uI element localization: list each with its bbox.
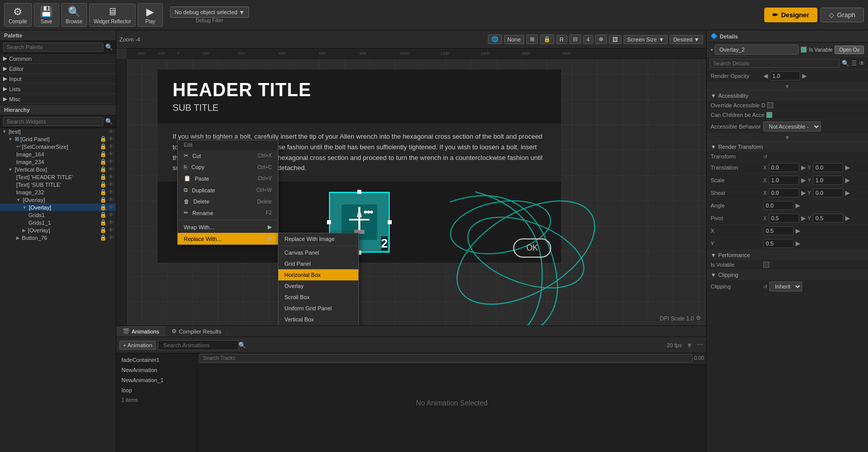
globe-btn[interactable]: 🌐 — [488, 34, 502, 44]
hierarchy-search-input[interactable] — [3, 117, 103, 126]
num4-btn[interactable]: 4 — [583, 35, 593, 44]
animation-tracks[interactable]: 0.00 No Animation Selected — [197, 353, 706, 452]
scale-x-input[interactable] — [769, 176, 799, 185]
ctx-scroll-box[interactable]: Scroll Box — [278, 292, 358, 303]
ok-button[interactable]: OK — [513, 238, 551, 258]
details-search-input[interactable] — [710, 59, 840, 68]
hier-item-setcontainer[interactable]: ↩[SetContainerSize] 🔒 👁 — [0, 143, 116, 150]
anim-item-newanimation1[interactable]: NewAnimation_1 — [118, 376, 195, 385]
grid2-btn[interactable]: ⊟ — [569, 34, 581, 44]
render-opacity-left-arrow[interactable]: ◀ — [763, 72, 768, 79]
accessible-behavior-select[interactable]: Not Accessible - — [763, 121, 821, 132]
expand-btn[interactable]: ⊕ — [595, 34, 607, 44]
hier-item-text-sub[interactable]: [Text] 'SUB TITLE' 🔒 👁 — [0, 181, 116, 188]
settings-icon[interactable]: ⚙ — [696, 315, 701, 321]
play-button[interactable]: ▶ Play — [138, 3, 163, 27]
shear-x-arrow[interactable]: ▶ — [801, 189, 806, 196]
hier-item-grid-panel[interactable]: ▼⊞[Grid Panel] 🔒 👁 — [0, 135, 116, 143]
palette-section-misc[interactable]: ▶ Misc — [0, 94, 116, 104]
render-opacity-right-arrow[interactable]: ▶ — [802, 72, 807, 79]
palette-section-common[interactable]: ▶ Common — [0, 54, 116, 64]
hier-item-overlay-last[interactable]: ▶[Overlay] 🔒 👁 — [0, 226, 116, 234]
widget-reflector-button[interactable]: 🖥 Widget Reflector — [89, 4, 136, 27]
anim-item-loop[interactable]: loop — [118, 386, 195, 395]
ctx-rename[interactable]: ✏ Rename F2 — [178, 207, 278, 219]
canvas-area[interactable]: -200 -100 0 100 200 400 600 800 1000 120… — [116, 49, 706, 325]
anim-search-input[interactable] — [160, 341, 236, 349]
hier-item-grids1[interactable]: Grids1 🔒 👁 — [0, 211, 116, 219]
ctx-copy[interactable]: ⎘ Copy Ctrl+C — [178, 161, 278, 173]
hier-item-test[interactable]: ▼[test] 👁 — [0, 128, 116, 135]
pivot-y-sub-input[interactable] — [763, 239, 794, 248]
tab-animations[interactable]: 🎬 Animations — [116, 326, 166, 337]
screen-size-btn[interactable]: Screen Size ▼ — [624, 35, 668, 44]
pivot-y-arrow[interactable]: ▶ — [845, 215, 850, 222]
is-volatile-checkbox[interactable] — [763, 262, 769, 268]
fps-dropdown[interactable]: ▼ — [686, 341, 693, 349]
translation-x-arrow[interactable]: ▶ — [801, 164, 806, 171]
scale-x-arrow[interactable]: ▶ — [801, 177, 806, 184]
save-button[interactable]: 💾 Save — [34, 3, 59, 27]
palette-section-input[interactable]: ▶ Input — [0, 74, 116, 84]
expand-row2[interactable]: ▼ — [707, 134, 868, 142]
ctx-widget-switcher[interactable]: Widget Switcher — [278, 325, 358, 325]
angle-arrow[interactable]: ▶ — [796, 202, 800, 209]
hier-item-button76[interactable]: ▶Button_76 🔒 👁 — [0, 234, 116, 241]
add-animation-button[interactable]: + Animation — [119, 341, 156, 350]
ctx-uniform-grid-panel[interactable]: Uniform Grid Panel — [278, 303, 358, 314]
hier-item-image164[interactable]: Image_164 🔒 👁 — [0, 150, 116, 158]
translation-y-input[interactable] — [813, 163, 843, 172]
ctx-canvas-panel[interactable]: Canvas Panel — [278, 247, 358, 258]
grid-btn[interactable]: ⊞ — [526, 34, 538, 44]
override-accessible-checkbox[interactable] — [767, 102, 773, 108]
anim-item-fadecontainer1[interactable]: fadeContainer1 — [118, 355, 195, 364]
pivot-x-arrow[interactable]: ▶ — [801, 215, 806, 222]
ctx-vertical-box[interactable]: Vertical Box — [278, 314, 358, 325]
anim-item-newanimation[interactable]: NewAnimation — [118, 365, 195, 375]
ctx-paste[interactable]: 📋 Paste Ctrl+V — [178, 173, 278, 184]
hier-item-text-header[interactable]: [Text] 'HEADER TITLE' 🔒 👁 — [0, 173, 116, 181]
ctx-grid-panel[interactable]: Grid Panel — [278, 258, 358, 269]
palette-section-editor[interactable]: ▶ Editor — [0, 64, 116, 74]
hier-item-image232[interactable]: Image_232 🔒 👁 — [0, 188, 116, 196]
hier-item-overlay-outer[interactable]: ▼[Overlay] 🔒 👁 — [0, 196, 116, 203]
clipping-section-header[interactable]: ▼ Clipping — [707, 270, 868, 280]
graph-button[interactable]: ◇ Graph — [820, 8, 864, 22]
ctx-horizontal-box[interactable]: Horizontal Box — [278, 269, 358, 280]
accessibility-section-header[interactable]: ▼ Accessibility — [707, 91, 868, 101]
shear-y-arrow[interactable]: ▶ — [845, 189, 850, 196]
open-ov-button[interactable]: Open Ov — [835, 46, 864, 54]
shear-x-input[interactable] — [769, 188, 799, 197]
debug-filter-dropdown[interactable]: No debug object selected ▼ — [170, 7, 249, 18]
hier-item-grids1-1[interactable]: Grids1_1 🔒 👁 — [0, 219, 116, 226]
compile-button[interactable]: ⚙ Compile — [4, 3, 32, 27]
hier-item-image234[interactable]: Image_234 🔒 👁 — [0, 158, 116, 166]
none-btn[interactable]: None — [504, 35, 524, 44]
is-variable-checkbox[interactable] — [801, 47, 807, 53]
palette-section-lists[interactable]: ▶ Lists — [0, 84, 116, 94]
desired-btn[interactable]: Desired ▼ — [670, 35, 703, 44]
expand-row[interactable]: ▼ — [707, 83, 868, 91]
pivot-x-sub-arrow[interactable]: ▶ — [796, 227, 800, 234]
pivot-y-input[interactable] — [813, 214, 843, 223]
hier-item-overlay-inner[interactable]: ▼[Overlay] 🔒 👁 — [0, 203, 116, 211]
browse-button[interactable]: 🔍 Browse — [61, 3, 87, 27]
ctx-replace-with[interactable]: Replace With... ▶ Replace With Image Can… — [178, 233, 278, 244]
pivot-y-sub-arrow[interactable]: ▶ — [796, 240, 800, 247]
track-search-input[interactable] — [199, 354, 692, 362]
lock-btn[interactable]: 🔒 — [540, 34, 554, 44]
clipping-select[interactable]: Inherit — [769, 281, 802, 292]
clipping-reset[interactable]: ↺ — [763, 284, 767, 290]
designer-button[interactable]: ✏ Designer — [764, 8, 817, 22]
hier-item-vbox[interactable]: ▼[Vertical Box] 🔒 👁 — [0, 166, 116, 173]
render-transform-section-header[interactable]: ▼ Render Transform — [707, 142, 868, 152]
translation-y-arrow[interactable]: ▶ — [845, 164, 850, 171]
overlay-name-input[interactable] — [715, 45, 799, 55]
ctx-cut[interactable]: ✂ Cut Ctrl+X — [178, 150, 278, 161]
translation-x-input[interactable] — [769, 163, 799, 172]
angle-input[interactable] — [763, 201, 794, 210]
pivot-x-sub-input[interactable] — [763, 226, 794, 235]
render-opacity-input[interactable] — [770, 71, 800, 80]
img-btn[interactable]: 🖼 — [609, 35, 622, 44]
ctx-overlay[interactable]: Overlay — [278, 280, 358, 292]
